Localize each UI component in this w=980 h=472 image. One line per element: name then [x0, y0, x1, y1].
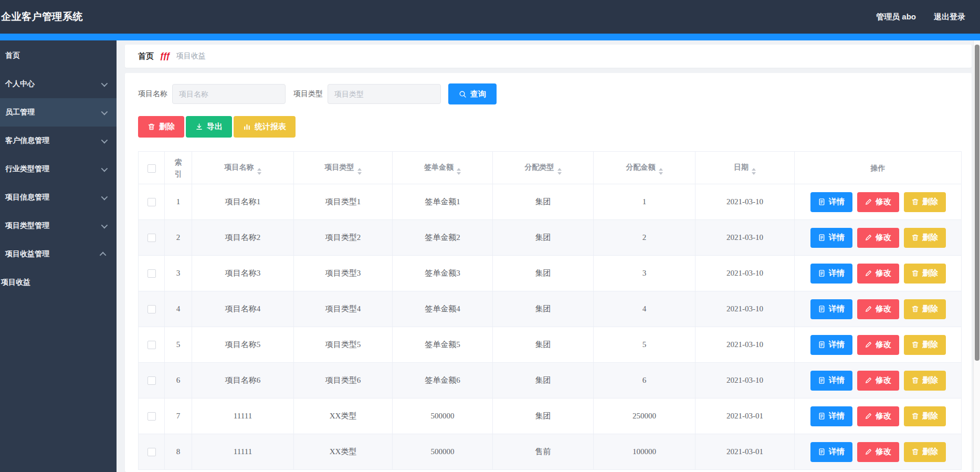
sort-icon[interactable] [752, 168, 756, 175]
chevron-up-icon [100, 251, 107, 258]
row-detail-button[interactable]: 详情 [810, 406, 852, 426]
row-delete-button[interactable]: 删除 [904, 264, 946, 284]
table-cell: 集团 [493, 363, 594, 398]
table-cell: 2021-03-01 [696, 398, 795, 434]
breadcrumb-home-link[interactable]: 首页 [138, 51, 154, 61]
row-delete-button[interactable]: 删除 [904, 442, 946, 462]
row-button-label: 修改 [876, 447, 891, 457]
row-edit-button[interactable]: 修改 [857, 192, 899, 212]
row-delete-button[interactable]: 删除 [904, 192, 946, 212]
row-checkbox[interactable] [147, 376, 156, 385]
sort-icon[interactable] [357, 168, 362, 175]
delete-toolbar-button[interactable]: 删除 [138, 116, 184, 138]
row-edit-button[interactable]: 修改 [857, 228, 899, 248]
chevron-down-icon [101, 80, 108, 87]
row-button-label: 详情 [829, 268, 845, 278]
column-header[interactable]: 分配金额 [594, 152, 696, 184]
sidebar-item-employee-mgmt[interactable]: 员工管理 [0, 98, 117, 127]
doc-icon [818, 305, 826, 313]
row-select-cell [139, 256, 165, 291]
row-edit-button[interactable]: 修改 [857, 299, 899, 319]
row-detail-button[interactable]: 详情 [810, 228, 852, 248]
row-actions-cell: 详情修改删除 [795, 363, 962, 398]
sidebar-item-industry-type-mgmt[interactable]: 行业类型管理 [0, 155, 117, 183]
export-toolbar-button[interactable]: 导出 [186, 116, 232, 138]
row-detail-button[interactable]: 详情 [810, 335, 852, 355]
user-name[interactable]: 管理员 abo [876, 12, 916, 22]
row-delete-button[interactable]: 删除 [904, 406, 946, 426]
scrollbar-thumb[interactable] [975, 45, 979, 361]
table-cell: 项目类型2 [294, 220, 393, 256]
sort-icon[interactable] [659, 168, 663, 175]
select-all-checkbox[interactable] [147, 164, 156, 173]
table-row: 1项目名称1项目类型1签单金额1集团12021-03-10详情修改删除 [139, 184, 962, 220]
sidebar-item-home[interactable]: 首页 [0, 41, 117, 70]
row-detail-button[interactable]: 详情 [810, 299, 852, 319]
sidebar-item-project-info-mgmt[interactable]: 项目信息管理 [0, 183, 117, 212]
search-button-label: 查询 [470, 89, 486, 99]
table-cell: 250000 [594, 398, 696, 434]
row-checkbox[interactable] [147, 269, 156, 278]
sidebar-item-project-type-mgmt[interactable]: 项目类型管理 [0, 212, 117, 240]
row-edit-button[interactable]: 修改 [857, 371, 899, 391]
row-detail-button[interactable]: 详情 [810, 264, 852, 284]
row-checkbox[interactable] [147, 305, 156, 313]
chevron-down-icon [101, 137, 108, 143]
search-button[interactable]: 查询 [448, 83, 497, 104]
row-delete-button[interactable]: 删除 [904, 335, 946, 355]
toolbar-button-label: 统计报表 [255, 122, 286, 132]
report-toolbar-button[interactable]: 统计报表 [234, 116, 296, 138]
row-detail-button[interactable]: 详情 [810, 192, 852, 212]
row-checkbox[interactable] [147, 448, 156, 456]
project-type-input[interactable] [328, 84, 441, 104]
row-select-cell [139, 327, 165, 363]
table-cell: 售前 [493, 434, 594, 470]
row-edit-button[interactable]: 修改 [857, 335, 899, 355]
table-cell: 集团 [493, 291, 594, 327]
row-detail-button[interactable]: 详情 [810, 371, 852, 391]
column-header[interactable]: 项目名称 [192, 152, 294, 184]
row-delete-button[interactable]: 删除 [904, 371, 946, 391]
column-header[interactable]: 分配类型 [493, 152, 594, 184]
table-cell: 4 [165, 291, 192, 327]
column-header: 操作 [795, 152, 962, 184]
breadcrumb-current: 项目收益 [176, 51, 206, 61]
sort-icon[interactable] [457, 168, 461, 175]
logout-link[interactable]: 退出登录 [934, 12, 965, 22]
column-header-label: 日期 [734, 163, 749, 171]
row-checkbox[interactable] [147, 341, 156, 349]
project-name-input[interactable] [172, 84, 286, 104]
row-button-label: 修改 [876, 233, 891, 243]
row-delete-button[interactable]: 删除 [904, 299, 946, 319]
header-right: 管理员 abo 退出登录 [876, 12, 965, 22]
row-edit-button[interactable]: 修改 [857, 442, 899, 462]
row-detail-button[interactable]: 详情 [810, 442, 852, 462]
sort-icon[interactable] [557, 168, 562, 175]
table-cell: 签单金额1 [393, 184, 493, 220]
row-delete-button[interactable]: 删除 [904, 228, 946, 248]
row-button-label: 详情 [829, 375, 845, 385]
sidebar-item-customer-info-mgmt[interactable]: 客户信息管理 [0, 127, 117, 155]
column-header[interactable]: 日期 [696, 152, 795, 184]
sidebar-item-project-income-mgmt[interactable]: 项目收益管理 [0, 240, 117, 268]
sort-icon[interactable] [257, 168, 261, 175]
vertical-scrollbar[interactable] [973, 40, 980, 472]
table-cell: 3 [165, 256, 192, 291]
column-header[interactable]: 项目类型 [294, 152, 393, 184]
sidebar-item-project-income[interactable]: 项目收益 [0, 268, 117, 297]
table-cell: 2021-03-10 [696, 291, 795, 327]
row-checkbox[interactable] [147, 412, 156, 421]
trash-icon [911, 448, 919, 456]
row-checkbox[interactable] [147, 198, 156, 206]
row-edit-button[interactable]: 修改 [857, 264, 899, 284]
row-checkbox[interactable] [147, 234, 156, 242]
column-header[interactable]: 签单金额 [393, 152, 493, 184]
row-button-label: 修改 [876, 375, 891, 385]
sidebar-item-personal-center[interactable]: 个人中心 [0, 70, 117, 98]
doc-icon [818, 376, 826, 384]
row-edit-button[interactable]: 修改 [857, 406, 899, 426]
table-cell: 500000 [393, 434, 493, 470]
table-cell: 2021-03-10 [696, 363, 795, 398]
table-cell: 2021-03-10 [696, 256, 795, 291]
column-header-label: 签单金额 [424, 163, 454, 171]
